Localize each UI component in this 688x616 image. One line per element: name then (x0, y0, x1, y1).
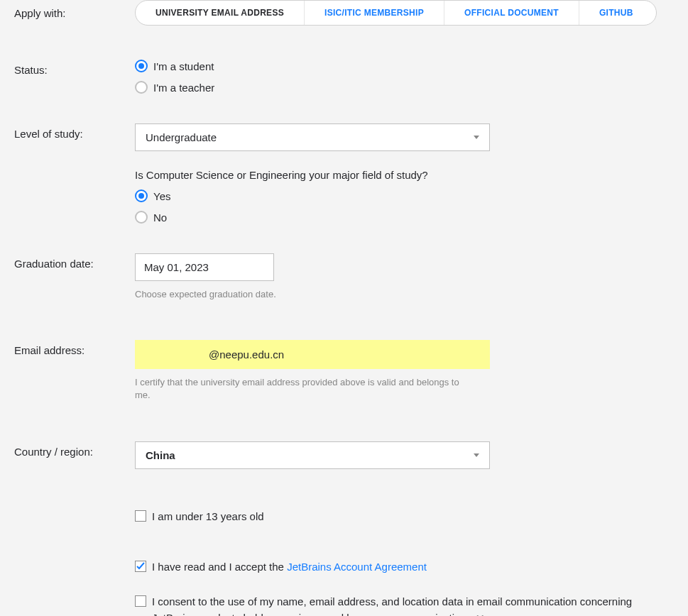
chevron-down-icon (474, 453, 479, 457)
checkbox-accept-agreement-label: I have read and I accept the JetBrains A… (152, 559, 427, 575)
checkbox-consent-label: I consent to the use of my name, email a… (152, 593, 657, 616)
radio-cs-no-label: No (153, 211, 167, 224)
level-label: Level of study: (14, 123, 135, 140)
radio-cs-yes-label: Yes (153, 190, 170, 202)
checkbox-consent[interactable] (135, 595, 146, 607)
agreement-link[interactable]: JetBrains Account Agreement (287, 561, 427, 573)
radio-cs-yes[interactable] (135, 189, 148, 202)
graduation-input[interactable]: May 01, 2023 (135, 253, 274, 281)
status-label: Status: (14, 60, 135, 76)
email-input[interactable]: @neepu.edu.cn (135, 340, 490, 369)
level-value: Undergraduate (146, 131, 217, 143)
email-label: Email address: (14, 340, 135, 356)
tab-github[interactable]: GITHUB (579, 1, 653, 25)
radio-teacher-label: I'm a teacher (153, 82, 214, 94)
accept-prefix: I have read and I accept the (152, 561, 287, 573)
country-label: Country / region: (14, 441, 135, 458)
more-link[interactable]: More (476, 613, 498, 616)
checkbox-accept-agreement[interactable] (135, 561, 146, 572)
cs-question-text: Is Computer Science or Engineering your … (135, 169, 657, 181)
email-value: @neepu.edu.cn (143, 348, 481, 361)
apply-with-label: Apply with: (14, 7, 135, 19)
level-select[interactable]: Undergraduate (135, 123, 490, 151)
consent-text: I consent to the use of my name, email a… (152, 595, 632, 616)
radio-student-label: I'm a student (153, 60, 214, 72)
radio-cs-no[interactable] (135, 211, 148, 224)
chevron-down-icon (474, 136, 479, 139)
tab-university-email[interactable]: UNIVERSITY EMAIL ADDRESS (136, 1, 305, 25)
country-value: China (146, 449, 175, 461)
checkbox-under-13-label: I am under 13 years old (152, 508, 264, 524)
tab-isic-itic[interactable]: ISIC/ITIC MEMBERSHIP (305, 1, 444, 25)
checkbox-under-13[interactable] (135, 510, 146, 522)
radio-teacher[interactable] (135, 81, 148, 94)
country-select[interactable]: China (135, 441, 490, 469)
radio-student[interactable] (135, 60, 148, 72)
graduation-hint: Choose expected graduation date. (135, 288, 476, 301)
tab-official-document[interactable]: OFFICIAL DOCUMENT (444, 1, 579, 25)
email-hint: I certify that the university email addr… (135, 376, 476, 402)
apply-with-tabs: UNIVERSITY EMAIL ADDRESS ISIC/ITIC MEMBE… (135, 0, 657, 26)
graduation-value: May 01, 2023 (144, 261, 209, 273)
graduation-label: Graduation date: (14, 253, 135, 270)
